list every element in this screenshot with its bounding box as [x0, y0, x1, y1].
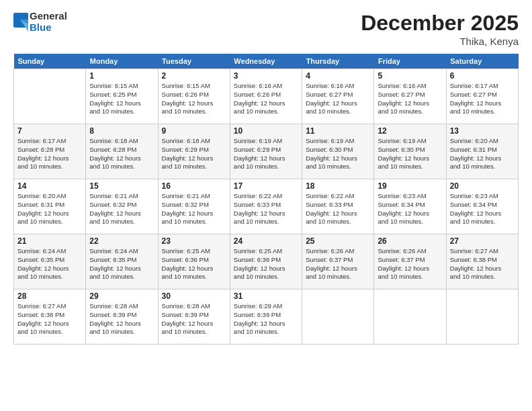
calendar-cell: 13Sunrise: 6:20 AMSunset: 6:31 PMDayligh…: [446, 124, 518, 179]
calendar-cell: 10Sunrise: 6:19 AMSunset: 6:29 PMDayligh…: [230, 124, 302, 179]
calendar-cell: [446, 289, 518, 345]
calendar-cell: 28Sunrise: 6:27 AMSunset: 6:38 PMDayligh…: [14, 289, 86, 345]
location: Thika, Kenya: [361, 36, 519, 47]
day-number: 27: [450, 236, 515, 246]
day-number: 1: [89, 71, 154, 81]
day-info: Sunrise: 6:28 AMSunset: 6:39 PMDaylight:…: [89, 302, 154, 336]
day-info: Sunrise: 6:29 AMSunset: 6:39 PMDaylight:…: [234, 302, 298, 336]
calendar-cell: 30Sunrise: 6:28 AMSunset: 6:39 PMDayligh…: [158, 289, 230, 345]
day-number: 23: [162, 236, 226, 246]
day-info: Sunrise: 6:26 AMSunset: 6:37 PMDaylight:…: [378, 247, 442, 281]
day-number: 22: [89, 236, 154, 246]
header-tuesday: Tuesday: [158, 54, 230, 69]
calendar-cell: [14, 69, 86, 124]
day-number: 17: [234, 181, 298, 191]
title-block: December 2025 Thika, Kenya: [361, 11, 519, 47]
calendar-cell: 17Sunrise: 6:22 AMSunset: 6:33 PMDayligh…: [230, 179, 302, 234]
day-number: 15: [89, 181, 154, 191]
day-info: Sunrise: 6:15 AMSunset: 6:25 PMDaylight:…: [89, 82, 154, 116]
calendar-cell: 24Sunrise: 6:25 AMSunset: 6:36 PMDayligh…: [230, 234, 302, 289]
day-number: 29: [89, 291, 154, 301]
calendar-cell: 9Sunrise: 6:18 AMSunset: 6:29 PMDaylight…: [158, 124, 230, 179]
day-info: Sunrise: 6:24 AMSunset: 6:35 PMDaylight:…: [17, 247, 82, 281]
day-info: Sunrise: 6:21 AMSunset: 6:32 PMDaylight:…: [89, 192, 154, 226]
header-wednesday: Wednesday: [230, 54, 302, 69]
day-info: Sunrise: 6:15 AMSunset: 6:26 PMDaylight:…: [162, 82, 226, 116]
calendar-cell: 25Sunrise: 6:26 AMSunset: 6:37 PMDayligh…: [302, 234, 374, 289]
logo-blue-text: Blue: [30, 22, 67, 34]
calendar-cell: [302, 289, 374, 345]
day-number: 24: [234, 236, 298, 246]
calendar-cell: 15Sunrise: 6:21 AMSunset: 6:32 PMDayligh…: [86, 179, 158, 234]
day-info: Sunrise: 6:27 AMSunset: 6:38 PMDaylight:…: [17, 302, 82, 336]
logo-text: General Blue: [30, 11, 67, 33]
week-row-3: 14Sunrise: 6:20 AMSunset: 6:31 PMDayligh…: [14, 179, 519, 234]
day-info: Sunrise: 6:16 AMSunset: 6:27 PMDaylight:…: [306, 82, 370, 116]
calendar-cell: 23Sunrise: 6:25 AMSunset: 6:36 PMDayligh…: [158, 234, 230, 289]
day-info: Sunrise: 6:18 AMSunset: 6:29 PMDaylight:…: [162, 137, 226, 171]
day-info: Sunrise: 6:28 AMSunset: 6:39 PMDaylight:…: [162, 302, 226, 336]
day-number: 11: [306, 126, 370, 136]
day-info: Sunrise: 6:23 AMSunset: 6:34 PMDaylight:…: [378, 192, 442, 226]
day-number: 9: [162, 126, 226, 136]
day-info: Sunrise: 6:26 AMSunset: 6:37 PMDaylight:…: [306, 247, 370, 281]
day-number: 3: [234, 71, 298, 81]
day-number: 7: [17, 126, 82, 136]
calendar-cell: 1Sunrise: 6:15 AMSunset: 6:25 PMDaylight…: [86, 69, 158, 124]
day-info: Sunrise: 6:20 AMSunset: 6:31 PMDaylight:…: [450, 137, 515, 171]
day-number: 8: [89, 126, 154, 136]
day-number: 4: [306, 71, 370, 81]
day-info: Sunrise: 6:22 AMSunset: 6:33 PMDaylight:…: [234, 192, 298, 226]
day-number: 25: [306, 236, 370, 246]
day-number: 31: [234, 291, 298, 301]
calendar-cell: 3Sunrise: 6:16 AMSunset: 6:26 PMDaylight…: [230, 69, 302, 124]
day-info: Sunrise: 6:18 AMSunset: 6:28 PMDaylight:…: [89, 137, 154, 171]
calendar-cell: 7Sunrise: 6:17 AMSunset: 6:28 PMDaylight…: [14, 124, 86, 179]
header-sunday: Sunday: [14, 54, 86, 69]
day-number: 19: [378, 181, 442, 191]
calendar-cell: 29Sunrise: 6:28 AMSunset: 6:39 PMDayligh…: [86, 289, 158, 345]
calendar-cell: 14Sunrise: 6:20 AMSunset: 6:31 PMDayligh…: [14, 179, 86, 234]
day-info: Sunrise: 6:17 AMSunset: 6:27 PMDaylight:…: [450, 82, 515, 116]
day-info: Sunrise: 6:17 AMSunset: 6:28 PMDaylight:…: [17, 137, 82, 171]
header-thursday: Thursday: [302, 54, 374, 69]
calendar-cell: 31Sunrise: 6:29 AMSunset: 6:39 PMDayligh…: [230, 289, 302, 345]
header-monday: Monday: [86, 54, 158, 69]
day-number: 16: [162, 181, 226, 191]
day-info: Sunrise: 6:24 AMSunset: 6:35 PMDaylight:…: [89, 247, 154, 281]
day-info: Sunrise: 6:19 AMSunset: 6:29 PMDaylight:…: [234, 137, 298, 171]
calendar-cell: 12Sunrise: 6:19 AMSunset: 6:30 PMDayligh…: [374, 124, 446, 179]
calendar-cell: 21Sunrise: 6:24 AMSunset: 6:35 PMDayligh…: [14, 234, 86, 289]
calendar-cell: 18Sunrise: 6:22 AMSunset: 6:33 PMDayligh…: [302, 179, 374, 234]
logo: General Blue: [13, 11, 67, 33]
day-number: 14: [17, 181, 82, 191]
day-number: 28: [17, 291, 82, 301]
day-number: 10: [234, 126, 298, 136]
calendar-cell: 22Sunrise: 6:24 AMSunset: 6:35 PMDayligh…: [86, 234, 158, 289]
calendar-cell: 8Sunrise: 6:18 AMSunset: 6:28 PMDaylight…: [86, 124, 158, 179]
page: General Blue December 2025 Thika, Kenya …: [0, 0, 532, 411]
day-info: Sunrise: 6:20 AMSunset: 6:31 PMDaylight:…: [17, 192, 82, 226]
day-number: 6: [450, 71, 515, 81]
day-info: Sunrise: 6:16 AMSunset: 6:27 PMDaylight:…: [378, 82, 442, 116]
week-row-2: 7Sunrise: 6:17 AMSunset: 6:28 PMDaylight…: [14, 124, 519, 179]
calendar-header-row: SundayMondayTuesdayWednesdayThursdayFrid…: [14, 54, 519, 69]
day-number: 20: [450, 181, 515, 191]
calendar-cell: 26Sunrise: 6:26 AMSunset: 6:37 PMDayligh…: [374, 234, 446, 289]
week-row-5: 28Sunrise: 6:27 AMSunset: 6:38 PMDayligh…: [14, 289, 519, 345]
header-friday: Friday: [374, 54, 446, 69]
day-info: Sunrise: 6:22 AMSunset: 6:33 PMDaylight:…: [306, 192, 370, 226]
day-number: 30: [162, 291, 226, 301]
week-row-4: 21Sunrise: 6:24 AMSunset: 6:35 PMDayligh…: [14, 234, 519, 289]
calendar-cell: 27Sunrise: 6:27 AMSunset: 6:38 PMDayligh…: [446, 234, 518, 289]
day-number: 2: [162, 71, 226, 81]
day-number: 5: [378, 71, 442, 81]
month-title: December 2025: [361, 11, 519, 36]
day-info: Sunrise: 6:19 AMSunset: 6:30 PMDaylight:…: [378, 137, 442, 171]
calendar-cell: [374, 289, 446, 345]
logo-icon: [13, 13, 28, 32]
calendar-cell: 4Sunrise: 6:16 AMSunset: 6:27 PMDaylight…: [302, 69, 374, 124]
calendar-table: SundayMondayTuesdayWednesdayThursdayFrid…: [13, 54, 519, 345]
day-info: Sunrise: 6:21 AMSunset: 6:32 PMDaylight:…: [162, 192, 226, 226]
calendar-cell: 2Sunrise: 6:15 AMSunset: 6:26 PMDaylight…: [158, 69, 230, 124]
